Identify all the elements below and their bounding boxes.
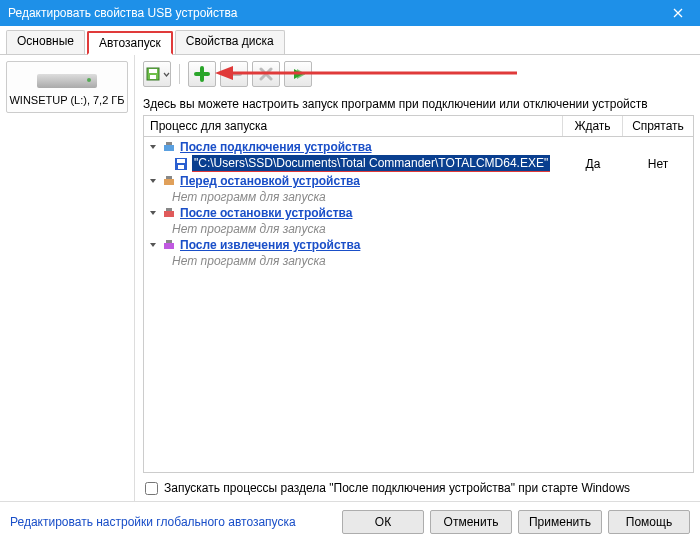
tab-bar: Основные Автозапуск Свойства диска (0, 26, 700, 55)
svg-rect-2 (150, 75, 156, 79)
usb-afterstop-icon (162, 206, 176, 220)
hide-value: Нет (623, 157, 693, 171)
svg-rect-14 (164, 243, 174, 249)
process-path: "C:\Users\SSD\Documents\Total Commander\… (192, 155, 550, 171)
no-programs: Нет программ для запуска (144, 221, 693, 237)
section-before-stop[interactable]: Перед остановкой устройства (144, 173, 693, 189)
section-label: После остановки устройства (180, 206, 352, 220)
tab-disk-props[interactable]: Свойства диска (175, 30, 285, 54)
close-button[interactable] (655, 0, 700, 26)
separator (179, 64, 180, 84)
save-icon (145, 66, 161, 82)
col-wait[interactable]: Ждать (563, 116, 623, 136)
cancel-button[interactable]: Отменить (430, 510, 512, 534)
svg-rect-12 (164, 211, 174, 217)
floppy-icon (174, 157, 188, 171)
titlebar: Редактировать свойства USB устройства (0, 0, 700, 26)
svg-rect-10 (164, 179, 174, 185)
section-after-stop[interactable]: После остановки устройства (144, 205, 693, 221)
remove-button[interactable] (220, 61, 248, 87)
start-on-windows-checkbox[interactable] (145, 482, 158, 495)
save-dropdown-button[interactable] (143, 61, 171, 87)
usb-eject-icon (162, 238, 176, 252)
svg-rect-9 (178, 165, 184, 169)
window-title: Редактировать свойства USB устройства (8, 6, 237, 20)
svg-rect-13 (166, 208, 172, 211)
toolbar (143, 59, 694, 93)
no-programs: Нет программ для запуска (144, 253, 693, 269)
section-after-connect[interactable]: После подключения устройства (144, 139, 693, 155)
col-process[interactable]: Процесс для запуска (144, 116, 563, 136)
section-label: После подключения устройства (180, 140, 372, 154)
chevron-down-icon (148, 176, 158, 186)
tab-main[interactable]: Основные (6, 30, 85, 54)
autostart-panel: Здесь вы можете настроить запуск програм… (135, 55, 700, 501)
delete-button[interactable] (252, 61, 280, 87)
usb-stop-icon (162, 174, 176, 188)
svg-rect-6 (166, 142, 172, 145)
svg-rect-5 (164, 145, 174, 151)
play-icon (291, 67, 305, 81)
tab-autostart[interactable]: Автозапуск (87, 31, 173, 55)
run-button[interactable] (284, 61, 312, 87)
apply-button[interactable]: Применить (518, 510, 602, 534)
svg-rect-8 (177, 159, 185, 163)
chevron-down-icon (148, 208, 158, 218)
drive-label: WINSETUP (L:), 7,2 ГБ (9, 94, 125, 106)
start-on-windows-row: Запускать процессы раздела "После подклю… (143, 473, 694, 497)
section-label: Перед остановкой устройства (180, 174, 360, 188)
process-item-selected[interactable]: "C:\Users\SSD\Documents\Total Commander\… (144, 155, 693, 173)
ok-button[interactable]: ОК (342, 510, 424, 534)
usb-connect-icon (162, 140, 176, 154)
footer-buttons: ОК Отменить Применить Помощь (342, 510, 690, 534)
global-autostart-link[interactable]: Редактировать настройки глобального авто… (10, 515, 296, 529)
help-button[interactable]: Помощь (608, 510, 690, 534)
section-label: После извлечения устройства (180, 238, 360, 252)
chevron-down-icon (163, 71, 170, 78)
x-icon (259, 67, 273, 81)
drive-card[interactable]: WINSETUP (L:), 7,2 ГБ (6, 61, 128, 113)
svg-rect-11 (166, 176, 172, 179)
device-list: WINSETUP (L:), 7,2 ГБ (0, 55, 135, 501)
chevron-down-icon (148, 240, 158, 250)
start-on-windows-label: Запускать процессы раздела "После подклю… (164, 481, 630, 495)
no-programs: Нет программ для запуска (144, 189, 693, 205)
description: Здесь вы можете настроить запуск програм… (143, 97, 694, 111)
tree-body: После подключения устройства "C:\Users\S… (143, 137, 694, 473)
footer: Редактировать настройки глобального авто… (0, 501, 700, 542)
svg-rect-15 (166, 240, 172, 243)
wait-value: Да (563, 157, 623, 171)
usb-drive-icon (37, 74, 97, 88)
tree-header: Процесс для запуска Ждать Спрятать (143, 115, 694, 137)
svg-rect-1 (149, 69, 157, 73)
col-hide[interactable]: Спрятать (623, 116, 693, 136)
close-icon (673, 8, 683, 18)
minus-icon (226, 66, 242, 82)
add-button[interactable] (188, 61, 216, 87)
body: WINSETUP (L:), 7,2 ГБ (0, 55, 700, 501)
plus-icon (194, 66, 210, 82)
chevron-down-icon (148, 142, 158, 152)
section-after-eject[interactable]: После извлечения устройства (144, 237, 693, 253)
